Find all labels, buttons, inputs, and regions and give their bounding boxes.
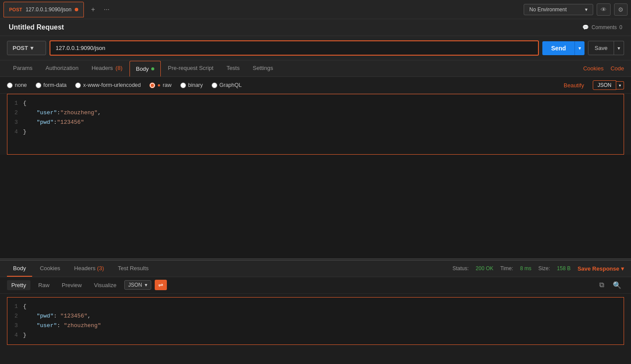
copy-response-button[interactable]: ⧉ (597, 280, 607, 291)
fmt-tab-raw[interactable]: Raw (34, 280, 54, 290)
json-format-button[interactable]: JSON (593, 80, 616, 90)
radio-graphql[interactable]: GraphQL (212, 82, 242, 88)
time-value: 8 ms (520, 265, 531, 271)
comments-count: 0 (619, 24, 622, 30)
tab-tests[interactable]: Tests (220, 60, 246, 76)
response-format-selector[interactable]: JSON ▾ (124, 280, 151, 290)
url-input[interactable] (50, 40, 539, 56)
resp-code-line-3: 3 "user": "zhouzheng" (7, 321, 624, 331)
code-line-3: 3 "pwd":"123456" (7, 118, 624, 127)
settings-gear-button[interactable]: ⚙ (614, 3, 628, 16)
status-value: 200 OK (476, 265, 494, 271)
beautify-button[interactable]: Beautify (564, 82, 584, 89)
status-label: Status: (452, 265, 468, 271)
response-section: Body Cookies Headers (3) Test Results St… (0, 261, 631, 364)
code-link[interactable]: Code (611, 65, 624, 72)
radio-none[interactable]: none (7, 82, 27, 88)
save-dropdown-button[interactable]: ▾ (614, 41, 624, 55)
save-button[interactable]: Save (588, 41, 614, 55)
environment-selector[interactable]: No Environment ▾ (524, 4, 593, 15)
size-label: Size: (538, 265, 550, 271)
new-tab-button[interactable]: + (87, 4, 98, 15)
fmt-tab-preview[interactable]: Preview (57, 280, 86, 290)
search-response-button[interactable]: 🔍 (610, 280, 624, 291)
method-label: POST (13, 45, 28, 51)
tab-headers[interactable]: Headers (8) (86, 60, 129, 76)
size-value: 158 B (557, 265, 571, 271)
code-line-1: 1 { (7, 99, 624, 108)
request-bar: POST ▾ Send ▾ Save ▾ (0, 36, 631, 60)
request-tabs: Params Authorization Headers (8) Body Pr… (0, 60, 631, 77)
send-dropdown-button[interactable]: ▾ (575, 41, 585, 55)
resp-tab-cookies[interactable]: Cookies (34, 261, 66, 277)
code-line-2: 2 "user":"zhouzheng", (7, 108, 624, 118)
tab-dot (75, 8, 78, 11)
resp-code-line-2: 2 "pwd": "123456", (7, 311, 624, 321)
request-code-editor[interactable]: 1 { 2 "user":"zhouzheng", 3 "pwd":"12345… (7, 94, 624, 155)
request-tab[interactable]: POST 127.0.0.1:9090/json (3, 2, 84, 17)
radio-form-data[interactable]: form-data (36, 82, 67, 88)
time-label: Time: (500, 265, 513, 271)
code-line-4: 4 } (7, 127, 624, 137)
radio-urlencoded[interactable]: x-www-form-urlencoded (75, 82, 141, 88)
resp-code-line-1: 1 { (7, 302, 624, 311)
fmt-tab-visualize[interactable]: Visualize (90, 280, 121, 290)
comments-link[interactable]: 💬 Comments 0 (582, 24, 622, 30)
radio-binary[interactable]: binary (180, 82, 203, 88)
env-eye-button[interactable]: 👁 (597, 3, 611, 16)
send-button[interactable]: Send (542, 41, 575, 55)
method-select[interactable]: POST ▾ (7, 41, 46, 55)
tab-params[interactable]: Params (7, 60, 39, 76)
page-title-bar: Untitled Request 💬 Comments 0 (0, 19, 631, 36)
response-code-editor: 1 { 2 "pwd": "123456", 3 "user": "zhouzh… (7, 297, 624, 345)
cookies-link[interactable]: Cookies (583, 65, 604, 72)
fmt-tab-pretty[interactable]: Pretty (7, 280, 30, 290)
body-type-bar: none form-data x-www-form-urlencoded ● r… (0, 77, 631, 94)
json-selector: JSON ▾ (593, 80, 624, 90)
resp-tab-body[interactable]: Body (7, 261, 32, 277)
response-format-bar: Pretty Raw Preview Visualize JSON ▾ ⇌ ⧉ … (0, 277, 631, 294)
wrap-button[interactable]: ⇌ (155, 280, 167, 290)
radio-raw[interactable]: ● raw (149, 82, 172, 88)
body-active-dot (151, 67, 154, 70)
save-response-button[interactable]: Save Response ▾ (578, 265, 624, 272)
tab-method-badge: POST (9, 7, 22, 12)
tab-pre-request[interactable]: Pre-request Script (162, 60, 219, 76)
tab-authorization[interactable]: Authorization (40, 60, 85, 76)
resp-tab-test-results[interactable]: Test Results (112, 261, 155, 277)
tab-settings[interactable]: Settings (246, 60, 279, 76)
resp-code-line-4: 4 } (7, 331, 624, 340)
tab-url: 127.0.0.1:9090/json (26, 7, 71, 13)
comments-label: Comments (591, 24, 617, 30)
tab-body[interactable]: Body (130, 61, 161, 76)
more-tabs-button[interactable]: ··· (100, 4, 113, 15)
page-title: Untitled Request (9, 23, 64, 31)
json-format-dropdown[interactable]: ▾ (616, 81, 624, 89)
response-tabs-bar: Body Cookies Headers (3) Test Results St… (0, 261, 631, 277)
resp-tab-headers[interactable]: Headers (3) (68, 261, 110, 277)
